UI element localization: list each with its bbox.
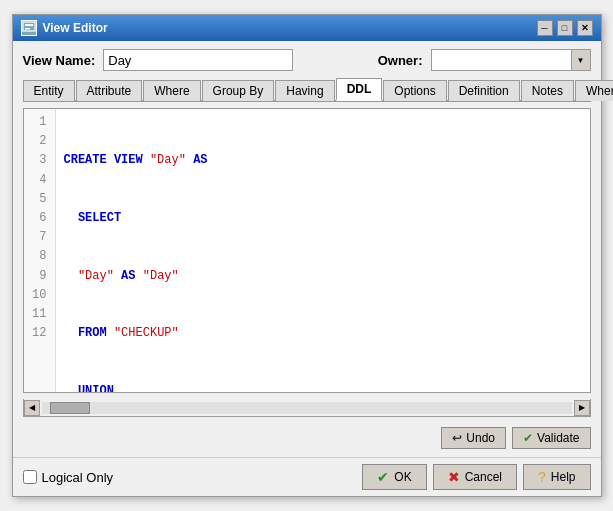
- close-button[interactable]: ✕: [577, 20, 593, 36]
- footer-bar: Logical Only ✔ OK ✖ Cancel ? Help: [13, 457, 601, 496]
- cancel-button[interactable]: ✖ Cancel: [433, 464, 517, 490]
- cancel-label: Cancel: [465, 470, 502, 484]
- scroll-right-button[interactable]: ▶: [574, 400, 590, 416]
- scroll-thumb[interactable]: [50, 402, 90, 414]
- window-title: View Editor: [43, 21, 108, 35]
- form-row: View Name: Owner: ▼: [23, 49, 591, 71]
- logical-only-group: Logical Only: [23, 470, 114, 485]
- owner-select[interactable]: [431, 49, 591, 71]
- view-editor-window: View Editor ─ □ ✕ View Name: Owner: ▼ En…: [12, 14, 602, 497]
- tab-having[interactable]: Having: [275, 80, 334, 101]
- maximize-button[interactable]: □: [557, 20, 573, 36]
- scroll-track[interactable]: [42, 402, 572, 414]
- validate-label: Validate: [537, 431, 579, 445]
- undo-label: Undo: [466, 431, 495, 445]
- minimize-button[interactable]: ─: [537, 20, 553, 36]
- tab-bar: Entity Attribute Where Group By Having D…: [23, 77, 591, 102]
- help-label: Help: [551, 470, 576, 484]
- title-bar: View Editor ─ □ ✕: [13, 15, 601, 41]
- validate-icon: ✔: [523, 431, 533, 445]
- logical-only-label: Logical Only: [42, 470, 114, 485]
- validate-button[interactable]: ✔ Validate: [512, 427, 590, 449]
- window-icon: [21, 20, 37, 36]
- ok-button[interactable]: ✔ OK: [362, 464, 426, 490]
- code-editor[interactable]: 1 2 3 4 5 6 7 8 9 10 11 12 CREATE VIEW "…: [23, 108, 591, 393]
- help-button[interactable]: ? Help: [523, 464, 590, 490]
- tab-where-u[interactable]: Where U...: [575, 80, 613, 101]
- tab-notes[interactable]: Notes: [521, 80, 574, 101]
- owner-dropdown-wrap: ▼: [431, 49, 591, 71]
- svg-rect-0: [23, 22, 35, 31]
- code-text[interactable]: CREATE VIEW "Day" AS SELECT "Day" AS "Da…: [56, 109, 590, 393]
- tab-entity[interactable]: Entity: [23, 80, 75, 101]
- tab-options[interactable]: Options: [383, 80, 446, 101]
- owner-dropdown-arrow[interactable]: ▼: [571, 49, 591, 71]
- footer-buttons: ✔ OK ✖ Cancel ? Help: [362, 464, 590, 490]
- tab-where[interactable]: Where: [143, 80, 200, 101]
- view-name-label: View Name:: [23, 53, 96, 68]
- undo-icon: ↩: [452, 431, 462, 445]
- horizontal-scrollbar[interactable]: ◀ ▶: [23, 399, 591, 417]
- tab-definition[interactable]: Definition: [448, 80, 520, 101]
- help-q-icon: ?: [538, 469, 546, 485]
- scroll-left-button[interactable]: ◀: [24, 400, 40, 416]
- tab-group-by[interactable]: Group By: [202, 80, 275, 101]
- ok-check-icon: ✔: [377, 469, 389, 485]
- svg-rect-1: [25, 24, 33, 26]
- line-numbers: 1 2 3 4 5 6 7 8 9 10 11 12: [24, 109, 56, 393]
- cancel-x-icon: ✖: [448, 469, 460, 485]
- tab-ddl[interactable]: DDL: [336, 78, 383, 101]
- action-bar: ↩ Undo ✔ Validate: [23, 423, 591, 451]
- view-name-input[interactable]: [103, 49, 293, 71]
- logical-only-checkbox[interactable]: [23, 470, 37, 484]
- svg-rect-2: [25, 28, 30, 30]
- undo-button[interactable]: ↩ Undo: [441, 427, 506, 449]
- ok-label: OK: [394, 470, 411, 484]
- owner-label: Owner:: [378, 53, 423, 68]
- tab-attribute[interactable]: Attribute: [76, 80, 143, 101]
